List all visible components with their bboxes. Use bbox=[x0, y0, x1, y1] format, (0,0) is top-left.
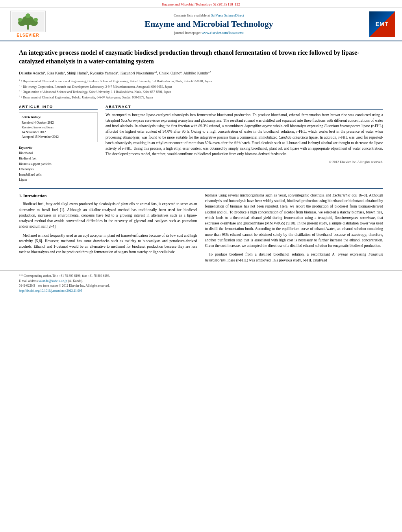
abstract-text: We attempted to integrate lipase-catalyz… bbox=[106, 112, 383, 165]
email-link[interactable]: akondo@kobe-u.ac.jp bbox=[39, 279, 67, 283]
intro-para-2: Methanol is most frequently used as an a… bbox=[19, 233, 197, 255]
affiliation-a: a ᵃ Department of Chemical Science and E… bbox=[19, 78, 383, 84]
contents-line: Contents lists available at SciVerse Sci… bbox=[54, 13, 364, 17]
journal-header-right: EMT bbox=[368, 11, 396, 37]
corresponding-footnote: * * Corresponding author. Tel.: +81 78 8… bbox=[19, 274, 383, 279]
keyword-1: Bioethanol bbox=[19, 150, 98, 156]
article-info-col: ARTICLE INFO Article history: Received 4… bbox=[19, 105, 98, 183]
keyword-6: Lipase bbox=[19, 177, 98, 183]
issn-line: 0141-0229/$ – see front matter © 2012 El… bbox=[19, 284, 383, 289]
abstract-paragraph: We attempted to integrate lipase-catalyz… bbox=[106, 112, 383, 157]
keyword-5: Immobilized cells bbox=[19, 172, 98, 178]
email-suffix: (A. Konda). bbox=[68, 279, 83, 283]
journal-header-center: Contents lists available at SciVerse Sci… bbox=[50, 13, 368, 35]
copyright: © 2012 Elsevier Inc. All rights reserved… bbox=[106, 159, 383, 165]
doi-line: http://dx.doi.org/10.1016/j.enzmictec.20… bbox=[19, 289, 383, 294]
history-label: Article history: bbox=[22, 115, 95, 120]
intro-title: 1. Introduction bbox=[19, 193, 197, 199]
article-title: An integrative process model of enzymati… bbox=[19, 48, 383, 66]
body-section: 1. Introduction Biodiesel fuel, fatty ac… bbox=[0, 193, 402, 266]
elsevier-text: ELSEVIER bbox=[17, 33, 39, 37]
affiliation-c: c ᶜ Organization of Advanced Science and… bbox=[19, 89, 383, 95]
affiliations: a ᵃ Department of Chemical Science and E… bbox=[19, 78, 383, 100]
received-revised: Received in revised form14 November 2012 bbox=[22, 125, 95, 135]
issn-text: 0141-0229/$ – see front matter © 2012 El… bbox=[19, 284, 110, 287]
article-info-header: ARTICLE INFO bbox=[19, 105, 98, 110]
body-left-col: 1. Introduction Biodiesel fuel, fatty ac… bbox=[19, 193, 197, 266]
svg-point-7 bbox=[26, 13, 30, 18]
emt-logo: EMT bbox=[369, 11, 395, 37]
article-section: An integrative process model of enzymati… bbox=[0, 41, 402, 100]
intro-para-1: Biodiesel fuel, fatty acid alkyl esters … bbox=[19, 201, 197, 229]
homepage-url[interactable]: www.elsevier.com/locate/emt bbox=[202, 31, 243, 35]
svg-point-6 bbox=[34, 18, 38, 22]
keywords-box: Keywords: Bioethanol Biodiesel fuel Biom… bbox=[19, 145, 98, 183]
authors: Daisuke Adachia, Risa Kodaa, Shinji Hama… bbox=[19, 70, 383, 76]
banner-text: Enzyme and Microbial Technology 52 (2013… bbox=[162, 2, 240, 6]
right-para-1: biomass using several microorganisms suc… bbox=[205, 193, 383, 249]
accepted-date: Accepted 15 November 2012 bbox=[22, 135, 95, 139]
email-footnote: E-mail address: akondo@kobe-u.ac.jp (A. … bbox=[19, 279, 383, 284]
affiliation-b: b ᵇ Bio-energy Corporation, Research and… bbox=[19, 84, 383, 89]
elsevier-logo: ELSEVIER bbox=[6, 11, 50, 37]
footnote-area: * * Corresponding author. Tel.: +81 78 8… bbox=[0, 270, 402, 296]
right-para-2: To produce biodiesel from a distilled bi… bbox=[205, 252, 383, 263]
body-right-col: biomass using several microorganisms suc… bbox=[205, 193, 383, 266]
received-date: Received 4 October 2012 bbox=[22, 120, 95, 125]
sciverse-link[interactable]: SciVerse ScienceDirect bbox=[211, 13, 244, 17]
affiliation-d: d ᵈ Department of Chemical Engineering, … bbox=[19, 95, 383, 100]
corresponding-text: * Corresponding author. Tel.: +81 78 803… bbox=[21, 274, 110, 278]
section-divider bbox=[19, 188, 383, 189]
elsevier-logo-image bbox=[10, 11, 46, 32]
keyword-2: Biodiesel fuel bbox=[19, 156, 98, 161]
abstract-col: ABSTRACT We attempted to integrate lipas… bbox=[106, 105, 383, 183]
abstract-header: ABSTRACT bbox=[106, 105, 383, 110]
keyword-3: Biomass support particles bbox=[19, 161, 98, 167]
journal-title: Enzyme and Microbial Technology bbox=[54, 19, 364, 29]
homepage-label: journal homepage: bbox=[174, 31, 201, 35]
info-abstract-section: ARTICLE INFO Article history: Received 4… bbox=[0, 105, 402, 183]
svg-point-5 bbox=[18, 18, 22, 22]
keywords-label: Keywords: bbox=[19, 146, 33, 150]
journal-homepage: journal homepage: www.elsevier.com/locat… bbox=[54, 31, 364, 35]
page: Enzyme and Microbial Technology 52 (2013… bbox=[0, 0, 402, 532]
journal-header: ELSEVIER Contents lists available at Sci… bbox=[0, 7, 402, 41]
email-label: E-mail address: bbox=[19, 279, 39, 283]
doi-link[interactable]: http://dx.doi.org/10.1016/j.enzmictec.20… bbox=[19, 289, 82, 293]
top-banner: Enzyme and Microbial Technology 52 (2013… bbox=[0, 0, 402, 7]
keyword-4: Ethanolysis bbox=[19, 167, 98, 172]
article-info-box: Article history: Received 4 October 2012… bbox=[19, 112, 98, 142]
